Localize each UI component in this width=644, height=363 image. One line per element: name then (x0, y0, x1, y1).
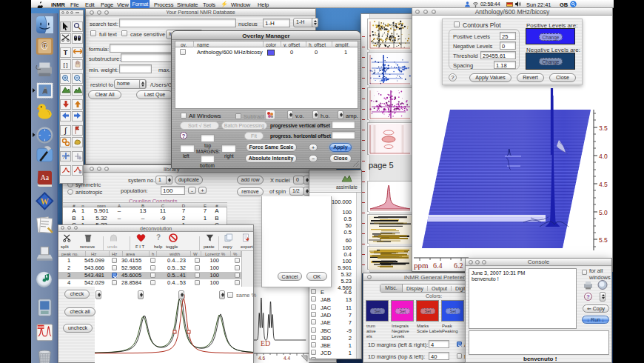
svg-text:5.5: 5.5 (599, 236, 608, 244)
svg-text:@: @ (41, 41, 49, 50)
svg-text:ppm: ppm (414, 261, 429, 270)
svg-text:5.0: 5.0 (599, 209, 608, 216)
svg-text:Aa: Aa (41, 173, 50, 182)
svg-text:4.6: 4.6 (258, 356, 265, 361)
svg-text:iNMR: iNMR (37, 325, 44, 329)
svg-text:4.0: 4.0 (599, 153, 608, 160)
svg-text:W: W (41, 197, 50, 206)
svg-text:4.5: 4.5 (599, 181, 608, 188)
svg-text:6.2: 6.2 (454, 262, 463, 270)
svg-text:3.5: 3.5 (599, 124, 608, 132)
svg-text:4.4: 4.4 (284, 356, 290, 361)
svg-text:ED: ED (261, 339, 270, 347)
svg-text:6.4: 6.4 (433, 262, 443, 270)
